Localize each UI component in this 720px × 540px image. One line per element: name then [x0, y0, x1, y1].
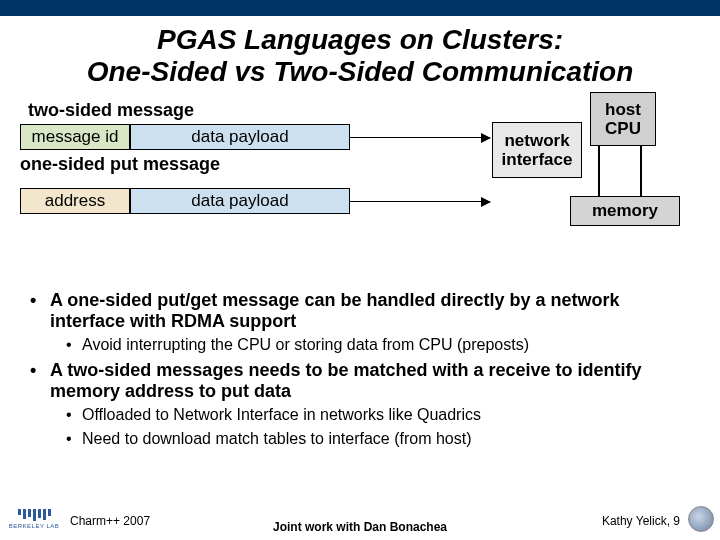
bullet-area: A one-sided put/get message can be handl…: [30, 290, 690, 448]
arrow-two-sided: [350, 137, 490, 138]
one-sided-label: one-sided put message: [20, 154, 220, 175]
footer: BERKELEY LAB Charm++ 2007 Joint work wit…: [0, 504, 720, 534]
bullet-2-sub1: Offloaded to Network Interface in networ…: [66, 406, 690, 424]
title-line2: One-Sided vs Two-Sided Communication: [87, 56, 634, 87]
bullet-1: A one-sided put/get message can be handl…: [30, 290, 690, 332]
two-sided-label: two-sided message: [28, 100, 194, 121]
bullet-1-sub: Avoid interrupting the CPU or storing da…: [66, 336, 690, 354]
cpu-mem-line-left: [598, 146, 600, 196]
bullet-2-sub2: Need to download match tables to interfa…: [66, 430, 690, 448]
memory-box: memory: [570, 196, 680, 226]
host-cpu-box: host CPU: [590, 92, 656, 146]
bullet-2: A two-sided messages needs to be matched…: [30, 360, 690, 402]
payload-box-1: data payload: [130, 124, 350, 150]
seal-icon: [688, 506, 714, 532]
message-id-box: message id: [20, 124, 130, 150]
top-bar: [0, 0, 720, 16]
payload-box-2: data payload: [130, 188, 350, 214]
address-box: address: [20, 188, 130, 214]
slide-title: PGAS Languages on Clusters: One-Sided vs…: [0, 16, 720, 100]
title-line1: PGAS Languages on Clusters:: [157, 24, 563, 55]
network-interface-box: network interface: [492, 122, 582, 178]
footer-right: Kathy Yelick, 9: [602, 514, 680, 528]
cpu-mem-line-right: [640, 146, 642, 196]
arrow-one-sided: [350, 201, 490, 202]
diagram-area: two-sided message message id data payloa…: [20, 100, 700, 280]
